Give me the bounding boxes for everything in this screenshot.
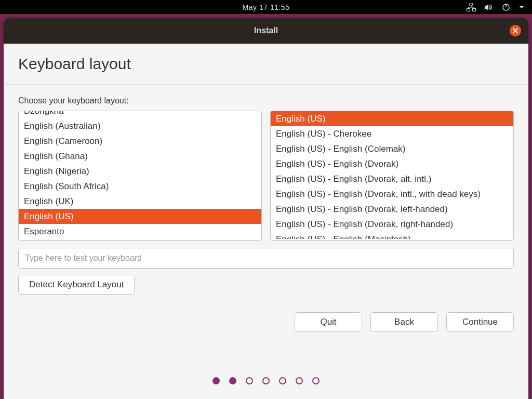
svg-rect-0 [470,3,473,6]
topbar-clock: May 17 11:55 [243,3,290,11]
desktop-background: Install Keyboard layout Choose your keyb… [0,14,532,399]
volume-icon[interactable] [484,3,494,11]
topbar-tray [467,0,525,14]
layout-list-right[interactable]: English (US)English (US) - CherokeeEngli… [270,111,514,241]
layout-right-item[interactable]: English (US) - English (Dvorak, intl., w… [271,187,513,202]
content-area: Keyboard layout Choose your keyboard lay… [4,44,528,399]
continue-button[interactable]: Continue [446,312,514,332]
window-titlebar: Install [4,18,528,44]
layout-left-item[interactable]: Dzongkha [19,111,261,118]
layout-prompt: Choose your keyboard layout: [18,96,514,105]
layout-left-item[interactable]: English (UK) [19,194,261,209]
layout-right-item[interactable]: English (US) [271,111,513,126]
layout-right-item[interactable]: English (US) - English (Colemak) [271,141,513,156]
progress-dot [296,377,303,384]
system-topbar: May 17 11:55 [0,0,532,14]
progress-dot [246,377,253,384]
quit-button[interactable]: Quit [295,312,362,332]
page-header: Keyboard layout [4,44,528,85]
layout-right-item[interactable]: English (US) - Cherokee [271,126,513,141]
layout-right-item[interactable]: English (US) - English (Dvorak, right-ha… [271,217,513,232]
layout-left-item[interactable]: English (South Africa) [19,179,261,194]
page-title: Keyboard layout [18,55,514,73]
layout-right-item[interactable]: English (US) - English (Dvorak, alt. int… [271,171,513,187]
svg-rect-1 [467,8,470,11]
nav-buttons: Quit Back Continue [18,312,514,332]
chevron-down-icon[interactable] [518,4,525,10]
installer-window: Install Keyboard layout Choose your keyb… [4,18,528,399]
layout-lists: DzongkhaEnglish (Australian)English (Cam… [18,111,514,241]
progress-dots [4,363,528,399]
progress-dot [312,377,320,384]
power-icon[interactable] [502,3,510,11]
progress-dot [279,377,286,384]
layout-left-item[interactable]: Esperanto [19,224,261,239]
layout-left-item[interactable]: English (US) [19,209,261,224]
layout-right-item[interactable]: English (US) - English (Dvorak) [271,156,513,171]
layout-left-item[interactable]: English (Australian) [19,118,261,134]
svg-rect-2 [472,8,475,11]
close-button[interactable] [510,25,521,36]
detect-keyboard-button[interactable]: Detect Keyboard Layout [18,275,135,295]
close-icon [513,28,518,33]
progress-dot [229,377,236,384]
back-button[interactable]: Back [370,312,438,332]
layout-right-item[interactable]: English (US) - English (Macintosh) [271,232,513,239]
layout-left-item[interactable]: English (Ghana) [19,149,261,164]
keyboard-test-input[interactable] [18,248,514,269]
page-body: Choose your keyboard layout: DzongkhaEng… [4,85,528,363]
layout-left-item[interactable]: English (Cameroon) [19,134,261,149]
layout-right-item[interactable]: English (US) - English (Dvorak, left-han… [271,202,513,217]
layout-left-item[interactable]: English (Nigeria) [19,164,261,179]
progress-dot [212,377,220,384]
layout-list-left[interactable]: DzongkhaEnglish (Australian)English (Cam… [18,111,262,241]
network-icon[interactable] [467,3,476,11]
window-title: Install [254,26,278,35]
progress-dot [262,377,270,384]
